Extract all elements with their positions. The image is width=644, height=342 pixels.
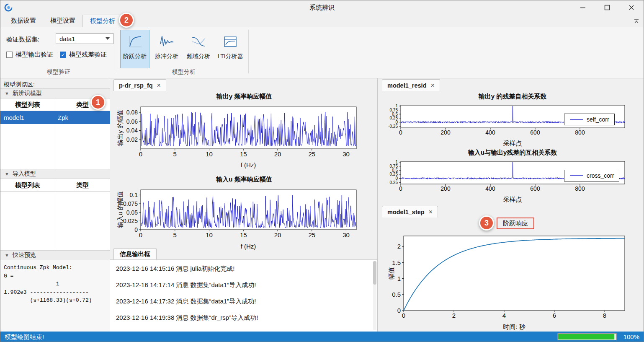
- analysis-group-label: 模型分析: [120, 68, 247, 76]
- x-tick-label: 10: [206, 150, 213, 158]
- freq-response-u-chart: 00.0250.050.0750.1051015202530: [113, 185, 374, 240]
- triangle-down-icon: ▼: [5, 253, 9, 258]
- x-tick-label: 0: [399, 129, 402, 136]
- impulse-analysis-icon: [158, 34, 175, 50]
- x-tick-label: 600: [530, 185, 540, 192]
- step-response-title-highlight: 阶跃响应: [497, 218, 534, 229]
- statusbar: 模型绘图结束! 100%: [0, 332, 644, 342]
- minimize-button[interactable]: [571, 0, 595, 15]
- dataset-selected-value: data1: [59, 35, 106, 42]
- tab-close-icon[interactable]: ×: [431, 82, 435, 89]
- impulse-analysis-button[interactable]: 脉冲分析: [152, 30, 181, 68]
- legend-label: self_corr: [587, 116, 609, 123]
- chart-title: 输出y 的残差自相关系数: [390, 93, 635, 101]
- x-tick-label: 25: [308, 231, 315, 238]
- marker-number: 1: [96, 98, 100, 107]
- y-tick-label: 0.1: [130, 192, 138, 198]
- model-name-cell: model1: [0, 111, 55, 124]
- tab-info-output[interactable]: 信息输出框: [113, 248, 157, 259]
- tab-model1-resid[interactable]: model1_resid ×: [382, 79, 440, 91]
- tab-model-settings[interactable]: 模型设置: [43, 15, 82, 27]
- y-tick-label: 0.04: [126, 127, 138, 134]
- ribbon-button-label: LTI分析器: [217, 53, 243, 60]
- scrollbar-thumb[interactable]: [373, 261, 376, 285]
- model-residual-check[interactable]: ✓ 模型残差验证: [60, 51, 107, 59]
- x-tick-label: 2: [452, 312, 456, 319]
- info-output-box: 2023-12-16 14:15:16 消息 julia初始化完成! 2023-…: [110, 259, 377, 332]
- column-header-model-list: 模型列表: [0, 179, 55, 191]
- marker-number: 3: [484, 219, 489, 228]
- x-tick-label: 20: [274, 150, 281, 158]
- triangle-down-icon: ▼: [5, 171, 9, 176]
- y-tick-label: 1: [397, 275, 401, 282]
- ribbon-button-label: 频域分析: [187, 53, 210, 60]
- chart-title: 输出y 频率响应幅值: [123, 93, 366, 101]
- doc-tab-label: model1_step: [387, 209, 425, 215]
- x-tick-label: 200: [440, 185, 451, 192]
- tab-model-analysis[interactable]: 模型分析: [82, 15, 123, 27]
- ribbon-button-label: 阶跃分析: [123, 53, 147, 60]
- y-tick-label: 0.02: [126, 136, 138, 143]
- annotation-marker-3: 3: [479, 215, 494, 231]
- status-message: 模型绘图结束!: [5, 333, 44, 341]
- section-imported-models[interactable]: ▼ 导入模型: [0, 169, 110, 179]
- frequency-plot-panel: p-dr_rsp_fq × 输出y 频率响应幅值 输出y 的幅值 0.020.0…: [110, 78, 377, 332]
- model-output-check[interactable]: 模型输出验证: [6, 51, 53, 59]
- collapse-ribbon-icon: [633, 18, 640, 25]
- tab-p-dr-rsp-fq[interactable]: p-dr_rsp_fq ×: [113, 79, 166, 91]
- collapse-ribbon-button[interactable]: [631, 16, 641, 26]
- progress-fill: [558, 334, 614, 339]
- plot-area: [404, 236, 625, 311]
- x-tick-label: 10: [206, 231, 213, 238]
- column-header-model-list: 模型列表: [0, 98, 55, 111]
- chevron-down-icon: [106, 37, 110, 40]
- close-button[interactable]: [619, 0, 644, 15]
- x-tick-label: 0: [402, 312, 405, 319]
- validation-dataset-select[interactable]: data1: [56, 33, 113, 44]
- y-tick-label: 2: [397, 243, 401, 250]
- x-tick-label: 30: [343, 150, 350, 158]
- x-tick-label: 800: [575, 129, 585, 136]
- log-scrollbar[interactable]: [373, 261, 376, 330]
- x-axis-label: f (Hz): [126, 161, 371, 168]
- x-tick-label: 20: [274, 231, 281, 238]
- tab-close-icon[interactable]: ×: [157, 82, 161, 89]
- close-icon: [628, 4, 635, 11]
- minimize-icon: [580, 4, 586, 11]
- ribbon-button-label: 脉冲分析: [155, 53, 178, 60]
- x-tick-label: 25: [308, 150, 315, 158]
- model-preview-text: Continuous Zpk Model: G = 1 1.902e3 ----…: [4, 264, 107, 305]
- x-tick-label: 5: [173, 231, 177, 238]
- legend-line-sample: [569, 174, 584, 178]
- doc-tab-label: model1_resid: [387, 82, 427, 89]
- step-analysis-icon: [126, 34, 143, 50]
- frequency-analysis-button[interactable]: 频域分析: [184, 30, 213, 68]
- x-tick-label: 15: [240, 231, 247, 238]
- ribbon-separator: [117, 30, 117, 73]
- section-label: 导入模型: [13, 170, 36, 178]
- model-browser-sidebar: 模型浏览区: ▼ 新辨识模型 模型列表 类型 model1 Zpk ▼ 导入模型…: [0, 78, 110, 332]
- y-tick-label: 0.025: [123, 218, 138, 224]
- model-type-cell: Zpk: [55, 111, 110, 124]
- ribbon-separator: [248, 30, 249, 73]
- model-row-model1[interactable]: model1 Zpk: [0, 111, 110, 124]
- step-analysis-button[interactable]: 阶跃分析: [120, 30, 149, 68]
- x-tick-label: 15: [240, 150, 247, 158]
- y-tick-label: 0.5: [392, 291, 401, 298]
- tab-model1-step[interactable]: model1_step ×: [382, 206, 438, 218]
- checkbox-label: 模型输出验证: [15, 51, 53, 59]
- y-tick-label: -0.25: [388, 180, 398, 185]
- log-tab-label: 信息输出框: [120, 250, 150, 258]
- browser-area-label: 模型浏览区:: [4, 81, 35, 88]
- x-tick-label: 200: [440, 129, 451, 136]
- maximize-button[interactable]: [595, 0, 619, 15]
- section-label: 快速预览: [13, 251, 36, 259]
- lti-analyzer-button[interactable]: LTI分析器: [216, 30, 245, 68]
- ribbon-tab-bar: 数据设置 模型设置 模型分析: [0, 15, 644, 27]
- step-response-chart: 00.511.5202468: [381, 233, 641, 321]
- tab-close-icon[interactable]: ×: [429, 208, 433, 216]
- x-tick-label: 400: [485, 185, 495, 192]
- tab-data-settings[interactable]: 数据设置: [4, 15, 43, 27]
- checkbox-label: 模型残差验证: [69, 51, 107, 59]
- section-quick-preview[interactable]: ▼ 快速预览: [0, 250, 110, 260]
